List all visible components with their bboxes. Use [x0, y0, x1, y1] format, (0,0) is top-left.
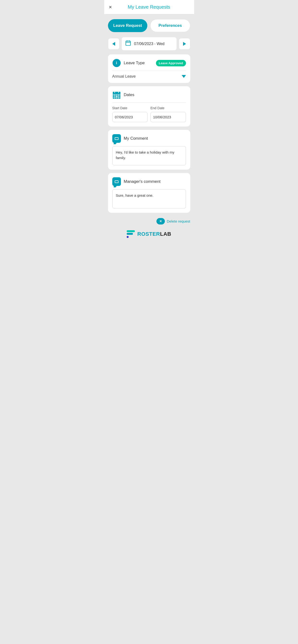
my-comment-title: My Comment	[124, 136, 148, 141]
leave-type-header: i Leave Type Leave Approved	[112, 59, 186, 67]
my-comment-card: My Comment Hey, I'd like to take a holid…	[108, 130, 190, 170]
leave-type-value: Annual Leave	[112, 74, 136, 78]
chevron-right-icon	[183, 42, 186, 46]
end-date-field: End Date 10/06/2023	[151, 106, 186, 122]
date-nav: 07/06/2023 - Wed	[104, 37, 194, 54]
comment-icon-inner	[115, 137, 118, 140]
manager-comment-header: Manager's comment	[112, 177, 186, 186]
my-comment-header: My Comment	[112, 134, 186, 143]
logo: ROSTERLAB	[127, 230, 171, 238]
info-icon-wrapper: i	[112, 59, 121, 67]
end-date-input[interactable]: 10/06/2023	[151, 112, 186, 122]
delete-x-icon: ✕	[159, 220, 162, 223]
manager-comment-title: Manager's comment	[124, 179, 161, 184]
delete-icon: ✕	[157, 218, 165, 224]
dates-title: Dates	[124, 92, 134, 97]
dropdown-arrow-icon	[182, 75, 186, 78]
leave-approved-badge: Leave Approved	[156, 60, 186, 66]
logo-bar-top	[127, 230, 135, 232]
dates-header: ✕ Dates	[112, 90, 186, 99]
info-icon: i	[112, 59, 121, 67]
logo-text: ROSTERLAB	[137, 231, 171, 237]
delete-row: ✕ Delete request	[104, 216, 194, 228]
leave-type-select[interactable]: Annual Leave	[112, 74, 186, 78]
manager-comment-text: Sure, have a great one.	[112, 189, 186, 208]
logo-bar-mid	[127, 233, 133, 235]
footer: ROSTERLAB	[104, 228, 194, 243]
start-date-label: Start Date	[112, 106, 148, 110]
end-date-label: End Date	[151, 106, 186, 110]
leave-type-divider	[112, 71, 186, 71]
manager-comment-card: Manager's comment Sure, have a great one…	[108, 173, 190, 213]
dates-calendar-icon: ✕	[112, 90, 121, 99]
leave-type-card: i Leave Type Leave Approved Annual Leave	[108, 54, 190, 83]
dates-divider	[112, 102, 186, 103]
start-date-field: Start Date 07/06/2023	[112, 106, 148, 122]
leave-type-title: Leave Type	[124, 60, 145, 66]
dates-grid: Start Date 07/06/2023 End Date 10/06/202…	[112, 106, 186, 122]
manager-comment-icon-inner	[115, 180, 118, 183]
manager-comment-icon-wrapper	[112, 177, 121, 186]
svg-rect-0	[126, 41, 130, 45]
my-comment-icon-wrapper	[112, 134, 121, 143]
date-text: 07/06/2023 - Wed	[134, 42, 165, 46]
tab-preferences[interactable]: Preferences	[150, 19, 190, 32]
date-display[interactable]: 07/06/2023 - Wed	[121, 37, 177, 50]
calendar-icon	[125, 40, 131, 48]
logo-dot	[127, 236, 129, 238]
tab-row: Leave Request Preferences	[104, 14, 194, 37]
dates-card: ✕ Dates Start Date 07/06/2023 End Date	[108, 86, 190, 126]
comment-icon	[112, 134, 121, 143]
start-date-input[interactable]: 07/06/2023	[112, 112, 148, 122]
dates-icon-wrapper: ✕	[112, 90, 121, 99]
next-date-button[interactable]	[179, 38, 190, 50]
prev-date-button[interactable]	[108, 38, 119, 50]
manager-comment-icon	[112, 177, 121, 186]
chevron-left-icon	[112, 42, 115, 46]
my-comment-text[interactable]: Hey, I'd like to take a holiday with my …	[112, 146, 186, 165]
tab-leave-request[interactable]: Leave Request	[108, 19, 147, 32]
logo-shapes	[127, 230, 135, 238]
app-container: × My Leave Requests Leave Request Prefer…	[104, 0, 194, 243]
logo-lab: LAB	[160, 231, 171, 237]
logo-roster: ROSTER	[137, 231, 160, 237]
close-button[interactable]: ×	[109, 4, 112, 10]
svg-rect-6	[113, 93, 120, 94]
page-title: My Leave Requests	[128, 4, 170, 10]
header: × My Leave Requests	[104, 0, 194, 14]
delete-button[interactable]: Delete request	[167, 219, 190, 223]
